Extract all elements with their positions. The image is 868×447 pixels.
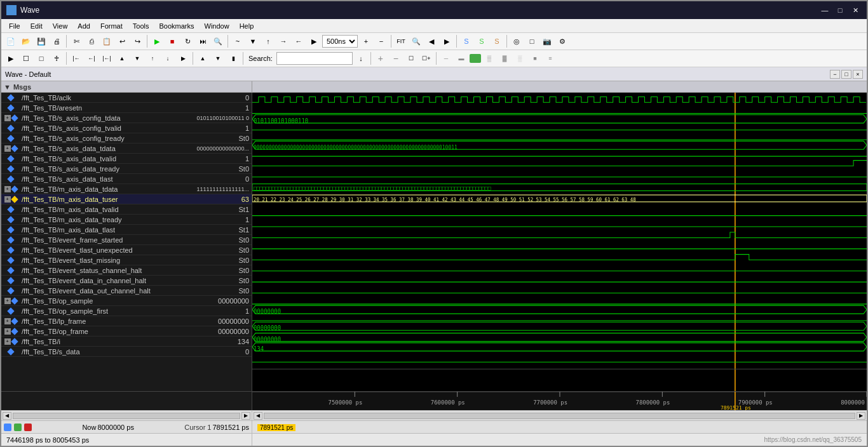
inner-max-btn[interactable]: □	[841, 70, 851, 79]
edge-btn1[interactable]: ▲	[196, 51, 210, 65]
step-btn[interactable]: ⏭	[196, 34, 210, 48]
pan-btn[interactable]: ♰	[50, 51, 64, 65]
wave-btn5[interactable]: ←	[292, 34, 306, 48]
wave-ctrl4[interactable]: ▲	[115, 51, 129, 65]
zoom-dropdown[interactable]: 500ns 1us 2us	[322, 35, 358, 48]
find-btn[interactable]: 🔍	[211, 34, 225, 48]
menu-window[interactable]: Window	[200, 21, 234, 31]
undo-btn[interactable]: ↩	[115, 34, 129, 48]
menu-format[interactable]: Format	[95, 21, 128, 31]
signal-row[interactable]: /fft_Tes_TB/s_data 0	[1, 347, 252, 357]
edge-btn2[interactable]: ▼	[211, 51, 225, 65]
signal-row[interactable]: /fft_Tes_TB/op_sample_first 1	[1, 306, 252, 316]
expand-button[interactable]: +	[4, 196, 11, 203]
nav-btn1[interactable]: ◀	[424, 34, 438, 48]
zoom-in-btn[interactable]: +	[359, 34, 373, 48]
signal-btn3[interactable]: S	[490, 34, 504, 48]
cut-btn[interactable]: ✄	[69, 34, 83, 48]
signal-row[interactable]: /fft_Tes_TB/event_data_out_channel_halt …	[1, 286, 252, 296]
extra-btn3[interactable]: 📷	[540, 34, 554, 48]
wave-btn2[interactable]: ▼	[246, 34, 260, 48]
search-btn[interactable]: ↓	[354, 51, 368, 65]
wave-style6[interactable]: ░	[513, 51, 527, 65]
scroll-right-btn[interactable]: ▶	[241, 412, 250, 420]
search-input[interactable]	[276, 52, 353, 65]
signal-row[interactable]: + /fft_Tes_TB/op_sample 00000000	[1, 296, 252, 306]
signal-row[interactable]: /fft_Tes_TB/event_data_in_channel_halt S…	[1, 276, 252, 286]
maximize-button[interactable]: □	[834, 4, 846, 16]
expand-button[interactable]: +	[4, 298, 11, 304]
zoom-out-btn2[interactable]: −	[389, 51, 403, 65]
extra-btn4[interactable]: ⚙	[555, 34, 569, 48]
close-button[interactable]: ✕	[849, 4, 862, 16]
expand-button[interactable]: +	[4, 145, 11, 152]
open-btn[interactable]: 📂	[19, 34, 33, 48]
signal-row[interactable]: /fft_Tes_TB/event_frame_started St0	[1, 235, 252, 245]
scroll-right-btn2[interactable]: ▶	[857, 412, 865, 420]
hscrollbar-right[interactable]	[264, 413, 855, 419]
zoom-out-btn[interactable]: −	[374, 34, 388, 48]
signal-row[interactable]: /fft_Tes_TB/event_tlast_unexpected St0	[1, 245, 252, 255]
signal-row[interactable]: /fft_Tes_TB/s_axis_config_tvalid 1	[1, 123, 252, 133]
menu-file[interactable]: File	[4, 21, 25, 31]
signal-row[interactable]: /fft_Tes_TB/event_status_channel_halt St…	[1, 265, 252, 276]
waveform-svg[interactable]: 0101100101000110 00000000000000000000000…	[252, 93, 867, 391]
expand-button[interactable]: +	[4, 318, 11, 324]
zoom-box-btn[interactable]: □	[34, 51, 48, 65]
menu-tools[interactable]: Tools	[128, 21, 154, 31]
wave-style7[interactable]: ■	[528, 51, 542, 65]
inner-min-btn[interactable]: −	[830, 70, 840, 79]
signal-row[interactable]: /fft_Tes_TB/m_axis_data_tvalid St1	[1, 204, 252, 215]
signal-row[interactable]: + /fft_Tes_TB/op_frame 00000000	[1, 326, 252, 337]
wave-ctrl5[interactable]: ▼	[130, 51, 144, 65]
edge-btn3[interactable]: ▮	[226, 51, 240, 65]
signal-row[interactable]: /fft_Tes_TB/m_axis_data_tlast St1	[1, 225, 252, 235]
expand-button[interactable]: +	[4, 338, 11, 345]
scroll-left-btn[interactable]: ◀	[3, 412, 11, 420]
menu-edit[interactable]: Edit	[25, 21, 48, 31]
hscrollbar-left[interactable]	[13, 413, 240, 419]
expand-button[interactable]: +	[4, 328, 11, 335]
zoom-sel-btn[interactable]: ☐	[404, 51, 418, 65]
new-btn[interactable]: 📄	[4, 34, 18, 48]
wave-btn4[interactable]: →	[276, 34, 290, 48]
expand-button[interactable]: +	[4, 186, 11, 192]
wave-style8[interactable]: ≡	[543, 51, 557, 65]
wave-style3[interactable]	[470, 54, 481, 63]
zoom-cursor-btn[interactable]: ☐	[19, 51, 33, 65]
wave-ctrl6[interactable]: ↑	[146, 51, 159, 65]
wave-style4[interactable]: ▒	[482, 51, 496, 65]
paste-btn[interactable]: 📋	[100, 34, 114, 48]
wave-ctrl1[interactable]: |←	[69, 51, 83, 65]
zoom-full-btn[interactable]: 🔍	[409, 34, 423, 48]
wave-style5[interactable]: ▓	[498, 51, 512, 65]
cursor-btn[interactable]: ▶	[4, 51, 18, 65]
signal-row[interactable]: + /fft_Tes_TB/m_axis_data_tdata 11111111…	[1, 184, 252, 194]
signal-btn1[interactable]: S	[459, 34, 473, 48]
signal-btn2[interactable]: S	[475, 34, 489, 48]
minimize-button[interactable]: —	[818, 4, 831, 16]
wave-btn1[interactable]: ~	[231, 34, 245, 48]
signal-row[interactable]: + /fft_Tes_TB/m_axis_data_tuser 63	[1, 194, 252, 204]
save-btn[interactable]: 💾	[34, 34, 48, 48]
wave-ctrl2[interactable]: ←|	[85, 51, 98, 65]
run-btn[interactable]: ▶	[150, 34, 164, 48]
zoom-in-btn2[interactable]: +	[374, 51, 388, 65]
menu-help[interactable]: Help	[234, 21, 259, 31]
inner-close-btn[interactable]: ×	[853, 70, 863, 79]
expand-button[interactable]: +	[4, 115, 11, 121]
signal-row[interactable]: /fft_Tes_TB/s_axis_data_tready St0	[1, 164, 252, 174]
wave-ctrl3[interactable]: |←|	[100, 51, 114, 65]
extra-btn1[interactable]: ◎	[510, 34, 524, 48]
signal-row[interactable]: + /fft_Tes_TB/s_axis_data_tdata 00000000…	[1, 143, 252, 154]
menu-bookmarks[interactable]: Bookmarks	[154, 21, 199, 31]
nav-btn2[interactable]: ▶	[440, 34, 454, 48]
zoom-full-btn2[interactable]: ☐+	[419, 51, 433, 65]
signal-row[interactable]: /fft_Tes_TB/aclk 0	[1, 93, 252, 103]
wave-ctrl8[interactable]: ▶	[176, 51, 190, 65]
copy-btn[interactable]: ⎙	[85, 34, 98, 48]
signal-row[interactable]: /fft_Tes_TB/s_axis_config_tready St0	[1, 133, 252, 143]
stop-btn[interactable]: ■	[165, 34, 179, 48]
signal-row[interactable]: /fft_Tes_TB/event_tlast_missing St0	[1, 255, 252, 265]
signal-row[interactable]: /fft_Tes_TB/s_axis_data_tvalid 1	[1, 154, 252, 164]
